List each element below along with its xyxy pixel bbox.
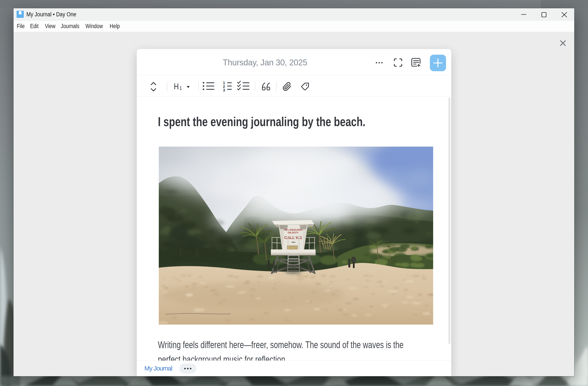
- svg-text:1: 1: [180, 85, 182, 91]
- svg-text:ON DUTY: ON DUTY: [288, 231, 299, 234]
- svg-text:NO LIFEGUARD: NO LIFEGUARD: [284, 229, 302, 231]
- svg-text:CALL 911: CALL 911: [284, 235, 302, 240]
- svg-text:3: 3: [223, 88, 225, 92]
- svg-text:H: H: [174, 82, 179, 91]
